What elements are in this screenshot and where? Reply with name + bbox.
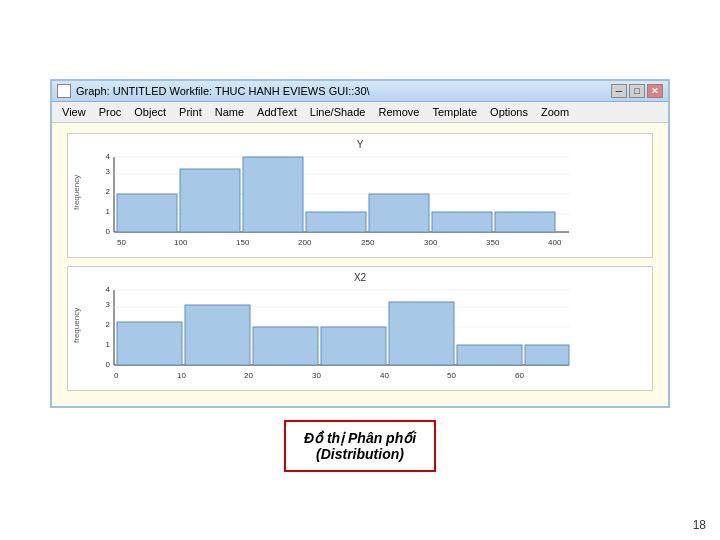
svg-text:10: 10 xyxy=(177,371,186,380)
svg-rect-43 xyxy=(525,345,569,365)
minimize-button[interactable]: ─ xyxy=(611,84,627,98)
svg-text:3: 3 xyxy=(106,300,111,309)
svg-rect-39 xyxy=(253,327,318,365)
svg-rect-38 xyxy=(185,305,250,365)
svg-text:1: 1 xyxy=(106,207,111,216)
menu-view[interactable]: View xyxy=(56,104,92,120)
svg-text:350: 350 xyxy=(486,238,500,247)
menu-name[interactable]: Name xyxy=(209,104,250,120)
svg-text:20: 20 xyxy=(244,371,253,380)
menu-options[interactable]: Options xyxy=(484,104,534,120)
svg-rect-11 xyxy=(117,194,177,232)
svg-text:1: 1 xyxy=(106,340,111,349)
svg-text:0: 0 xyxy=(106,227,111,236)
menu-template[interactable]: Template xyxy=(426,104,483,120)
chart1-ylabel: frequency xyxy=(73,152,81,232)
svg-text:30: 30 xyxy=(312,371,321,380)
svg-text:50: 50 xyxy=(117,238,126,247)
caption-box: Đồ thị Phân phối (Distribution) xyxy=(284,420,436,472)
svg-rect-13 xyxy=(243,157,303,232)
menu-remove[interactable]: Remove xyxy=(372,104,425,120)
chart1-container: Y frequency 0 1 2 3 xyxy=(67,133,653,258)
window-title: Graph: UNTITLED Workfile: THUC HANH EVIE… xyxy=(76,85,370,97)
svg-rect-37 xyxy=(117,322,182,365)
chart1-title: Y xyxy=(73,139,647,150)
svg-text:3: 3 xyxy=(106,167,111,176)
svg-text:200: 200 xyxy=(298,238,312,247)
content-area: Y frequency 0 1 2 3 xyxy=(52,123,668,406)
svg-text:50: 50 xyxy=(447,371,456,380)
window-icon xyxy=(57,84,71,98)
chart1-inner: 0 1 2 3 4 xyxy=(84,152,647,252)
menu-lineshade[interactable]: Line/Shade xyxy=(304,104,372,120)
svg-rect-17 xyxy=(495,212,555,232)
svg-rect-42 xyxy=(457,345,522,365)
svg-text:300: 300 xyxy=(424,238,438,247)
eviews-window: Graph: UNTITLED Workfile: THUC HANH EVIE… xyxy=(50,79,670,408)
menu-proc[interactable]: Proc xyxy=(93,104,128,120)
menu-print[interactable]: Print xyxy=(173,104,208,120)
menu-object[interactable]: Object xyxy=(128,104,172,120)
chart2-title: X2 xyxy=(73,272,647,283)
maximize-button[interactable]: □ xyxy=(629,84,645,98)
caption-line2: (Distribution) xyxy=(304,446,416,462)
menu-zoom[interactable]: Zoom xyxy=(535,104,575,120)
svg-rect-14 xyxy=(306,212,366,232)
svg-text:250: 250 xyxy=(361,238,375,247)
svg-text:150: 150 xyxy=(236,238,250,247)
svg-text:400: 400 xyxy=(548,238,562,247)
caption-line1: Đồ thị Phân phối xyxy=(304,430,416,446)
menu-bar: View Proc Object Print Name AddText Line… xyxy=(52,102,668,123)
chart2-ylabel: frequency xyxy=(73,285,81,365)
svg-text:0: 0 xyxy=(106,360,111,369)
title-bar: Graph: UNTITLED Workfile: THUC HANH EVIE… xyxy=(52,81,668,102)
svg-text:4: 4 xyxy=(106,285,111,294)
svg-text:2: 2 xyxy=(106,320,111,329)
close-button[interactable]: ✕ xyxy=(647,84,663,98)
svg-rect-15 xyxy=(369,194,429,232)
svg-text:2: 2 xyxy=(106,187,111,196)
chart2-svg: 0 1 2 3 4 xyxy=(84,285,574,385)
svg-rect-41 xyxy=(389,302,454,365)
slide-container: Graph: UNTITLED Workfile: THUC HANH EVIE… xyxy=(0,0,720,540)
menu-addtext[interactable]: AddText xyxy=(251,104,303,120)
svg-text:0: 0 xyxy=(114,371,119,380)
svg-rect-12 xyxy=(180,169,240,232)
chart2-container: X2 frequency 0 1 2 3 xyxy=(67,266,653,391)
svg-text:100: 100 xyxy=(174,238,188,247)
window-controls: ─ □ ✕ xyxy=(611,84,663,98)
chart2-inner: 0 1 2 3 4 xyxy=(84,285,647,385)
svg-text:4: 4 xyxy=(106,152,111,161)
svg-text:40: 40 xyxy=(380,371,389,380)
slide-number: 18 xyxy=(693,518,706,532)
svg-rect-16 xyxy=(432,212,492,232)
svg-rect-40 xyxy=(321,327,386,365)
svg-text:60: 60 xyxy=(515,371,524,380)
chart1-svg: 0 1 2 3 4 xyxy=(84,152,574,252)
